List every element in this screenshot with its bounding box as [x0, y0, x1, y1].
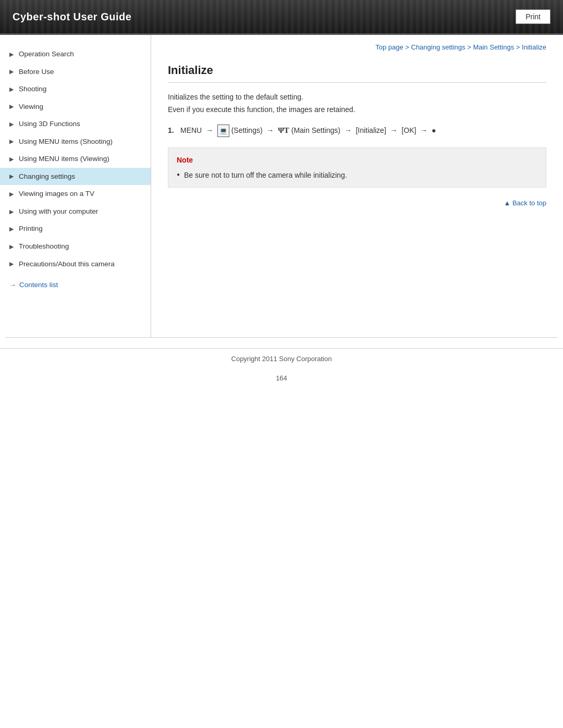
sidebar-arrow-icon: ▶ [9, 260, 15, 267]
sidebar-item-label: Changing settings [19, 172, 75, 181]
main-content: Top page > Changing settings > Main Sett… [151, 35, 563, 219]
step-text: MENU → 💻 (Settings) → ΨT (Main Settings)… [180, 124, 436, 138]
breadcrumb-top-page[interactable]: Top page [375, 43, 403, 51]
header-title: Cyber-shot User Guide [13, 11, 131, 23]
sidebar-item-label: Viewing [19, 102, 43, 112]
sidebar-item-10[interactable]: ▶Printing [0, 220, 151, 238]
sidebar-arrow-icon: ▶ [9, 120, 15, 128]
sidebar-item-label: Printing [19, 224, 43, 233]
breadcrumb-sep3: > [516, 43, 522, 51]
page-number: 164 [0, 369, 563, 384]
steps: 1. MENU → 💻 (Settings) → ΨT (Main Settin… [168, 124, 546, 138]
layout: ▶Operation Search▶Before Use▶Shooting▶Vi… [0, 35, 563, 337]
step-number: 1. [168, 125, 177, 137]
sidebar-item-label: Using with your computer [19, 207, 98, 216]
page-title: Initialize [168, 64, 546, 77]
sidebar-item-label: Viewing images on a TV [19, 189, 94, 199]
description-line1: Initializes the setting to the default s… [168, 91, 546, 103]
sidebar-item-1[interactable]: ▶Before Use [0, 63, 151, 81]
sidebar-arrow-icon: ▶ [9, 85, 15, 93]
sidebar-item-label: Precautions/About this camera [19, 260, 115, 269]
note-item: Be sure not to turn off the camera while… [177, 169, 537, 181]
sidebar-arrow-icon: ▶ [9, 190, 15, 198]
sidebar-arrow-icon: ▶ [9, 155, 15, 163]
header: Cyber-shot User Guide Print [0, 0, 563, 35]
sidebar-item-label: Shooting [19, 84, 46, 94]
description: Initializes the setting to the default s… [168, 91, 546, 116]
sidebar-arrow-icon: ▶ [9, 51, 15, 58]
sidebar-arrow-icon: ▶ [9, 225, 15, 232]
sidebar-item-5[interactable]: ▶Using MENU items (Shooting) [0, 133, 151, 151]
sidebar-item-11[interactable]: ▶Troubleshooting [0, 238, 151, 255]
sidebar-item-7[interactable]: ▶Changing settings [0, 168, 151, 186]
contents-list-label: Contents list [19, 281, 58, 289]
sidebar-item-9[interactable]: ▶Using with your computer [0, 203, 151, 220]
breadcrumb: Top page > Changing settings > Main Sett… [168, 35, 546, 56]
print-button[interactable]: Print [516, 9, 550, 24]
sidebar-item-label: Before Use [19, 67, 54, 77]
content-body: Initializes the setting to the default s… [168, 91, 546, 209]
sidebar-item-4[interactable]: ▶Using 3D Functions [0, 115, 151, 133]
back-to-top-section: ▲ Back to top [168, 198, 546, 209]
breadcrumb-main-settings[interactable]: Main Settings [473, 43, 514, 51]
back-to-top-link[interactable]: ▲ Back to top [504, 199, 546, 207]
page-title-section: Initialize [168, 64, 546, 83]
sidebar-item-6[interactable]: ▶Using MENU items (Viewing) [0, 150, 151, 168]
sidebar-arrow-icon: ▶ [9, 208, 15, 215]
copyright: Copyright 2011 Sony Corporation [231, 355, 332, 363]
note-box: Note Be sure not to turn off the camera … [168, 147, 546, 188]
sidebar-item-label: Troubleshooting [19, 242, 69, 251]
arrow-right-icon: → [9, 281, 16, 289]
sidebar-item-label: Using 3D Functions [19, 119, 80, 129]
breadcrumb-initialize[interactable]: Initialize [522, 43, 546, 51]
sidebar-item-12[interactable]: ▶Precautions/About this camera [0, 255, 151, 273]
description-line2: Even if you execute this function, the i… [168, 104, 546, 115]
sidebar-arrow-icon: ▶ [9, 103, 15, 110]
sidebar-item-label: Operation Search [19, 50, 74, 59]
sidebar-item-3[interactable]: ▶Viewing [0, 98, 151, 116]
sidebar-item-label: Using MENU items (Viewing) [19, 154, 109, 164]
contents-list-link[interactable]: →Contents list [0, 276, 151, 294]
sidebar-arrow-icon: ▶ [9, 243, 15, 250]
sidebar-item-8[interactable]: ▶Viewing images on a TV [0, 185, 151, 203]
breadcrumb-sep2: > [467, 43, 473, 51]
sidebar-arrow-icon: ▶ [9, 172, 15, 180]
sidebar: ▶Operation Search▶Before Use▶Shooting▶Vi… [0, 35, 151, 337]
sidebar-item-0[interactable]: ▶Operation Search [0, 45, 151, 63]
sidebar-item-2[interactable]: ▶Shooting [0, 80, 151, 98]
sidebar-arrow-icon: ▶ [9, 68, 15, 75]
footer: Copyright 2011 Sony Corporation [0, 348, 563, 369]
note-label: Note [177, 154, 537, 166]
breadcrumb-sep1: > [405, 43, 411, 51]
breadcrumb-changing-settings[interactable]: Changing settings [411, 43, 466, 51]
sidebar-item-label: Using MENU items (Shooting) [19, 137, 113, 146]
step-1: 1. MENU → 💻 (Settings) → ΨT (Main Settin… [168, 124, 546, 138]
sidebar-arrow-icon: ▶ [9, 138, 15, 145]
note-content: Be sure not to turn off the camera while… [177, 169, 537, 181]
